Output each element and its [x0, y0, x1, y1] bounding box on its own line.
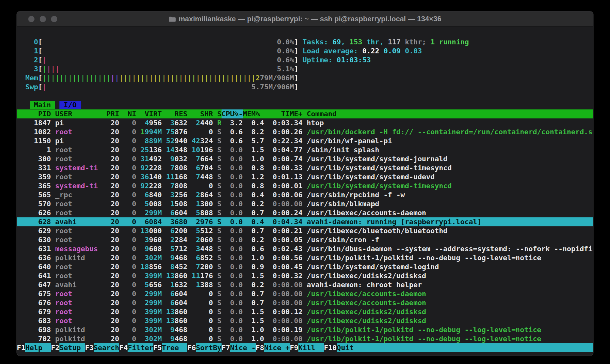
process-row-683[interactable]: 683 root200399M138600S0.01.50:00.00 /usr…	[17, 316, 593, 325]
process-row-630[interactable]: 630 root200396022842060S0.00.20:00.05 /u…	[17, 235, 593, 244]
memory-meter-bar-green: ||||||||||||||||	[42, 74, 110, 82]
cell-shr-part: 664	[200, 154, 213, 163]
process-row-676[interactable]: 676 root200299M66040S0.00.70:00.00 /usr/…	[17, 298, 593, 307]
tab-main[interactable]: Main	[30, 101, 55, 109]
column-header-mem[interactable]: MEM%	[243, 109, 264, 118]
cell-state: S	[213, 334, 221, 343]
process-row-641[interactable]: 641 root200399M1386011176S0.01.50:00.32 …	[17, 271, 593, 280]
fkey-F8-label[interactable]: Nice +	[264, 343, 290, 352]
cell-state: S	[213, 217, 221, 226]
process-row-675[interactable]: 675 root200299M66040S0.00.70:00.00 /usr/…	[17, 289, 593, 298]
column-header-state[interactable]: S	[213, 109, 221, 118]
fkey-F7-label[interactable]: Nice -	[230, 343, 255, 352]
cell-state: S	[213, 280, 221, 289]
column-header-res[interactable]: RES	[162, 109, 187, 118]
column-header-pid[interactable]: PID	[17, 109, 51, 118]
fkey-F2-label[interactable]: Setup	[59, 343, 85, 352]
cell-res-part: 7	[170, 163, 174, 172]
cell-mem-percent: 0.4	[243, 190, 264, 199]
cell-cpu-percent: 0.0	[222, 145, 243, 154]
cell-state: S	[213, 208, 221, 217]
fkey-F4[interactable]: F4	[119, 343, 128, 352]
cell-nice: 0	[119, 163, 136, 172]
cell-pid: 698	[17, 325, 51, 334]
process-row-1150[interactable]: 1150 pi200889M5294042324S0.65.70:22.34 /…	[17, 136, 593, 145]
fkey-F10-label[interactable]: Quit	[337, 343, 354, 352]
cell-cpu-percent: 0.0	[222, 289, 243, 298]
process-row-679[interactable]: 679 root200399M138600S0.01.50:00.12 /usr…	[17, 307, 593, 316]
fkey-F3[interactable]: F3	[85, 343, 93, 352]
column-header-virt[interactable]: VIRT	[136, 109, 162, 118]
tab-io[interactable]: I/O	[59, 101, 81, 109]
process-row-331[interactable]: 331 systemd-ti2009222878086704S0.00.80:0…	[17, 163, 593, 172]
cell-user: root	[55, 199, 98, 208]
column-header-user[interactable]: USER	[55, 109, 98, 118]
column-header-ni[interactable]: NI	[119, 109, 136, 118]
column-header-time[interactable]: TIME+	[264, 109, 303, 118]
column-header-shr[interactable]: SHR	[187, 109, 213, 118]
fkey-F6[interactable]: F6	[187, 343, 196, 352]
tasks-summary-segment: thr,	[362, 38, 388, 46]
column-header-pri[interactable]: PRI	[98, 109, 119, 118]
cell-priority: 20	[98, 208, 119, 217]
cell-res-part: 9	[170, 253, 174, 262]
process-row-1[interactable]: 1 root200251361434810196S0.01.50:04.77 /…	[17, 145, 593, 154]
process-row-698[interactable]: 698 polkitd200302M94680S0.01.00:00.19 /u…	[17, 325, 593, 334]
process-row-626[interactable]: 626 root200299M66045808S0.00.70:00.24 /u…	[17, 208, 593, 217]
close-button[interactable]	[28, 16, 35, 22]
process-row-647[interactable]: 647 avahi200565616321388S0.00.20:00.00 a…	[17, 280, 593, 289]
process-row-640[interactable]: 640 root2001885684527200S0.00.90:00.45 /…	[17, 262, 593, 271]
cell-command: /usr/libexec/udisks2/udisksd	[307, 271, 593, 280]
cell-shr-part: 440	[200, 118, 213, 127]
cell-shr-part: 448	[200, 172, 213, 181]
cell-res-part: 860	[175, 307, 188, 316]
fkey-F3-label[interactable]: Search	[94, 343, 119, 352]
fkey-F1[interactable]: F1	[17, 343, 25, 352]
fkey-F5-label[interactable]: Tree	[162, 343, 187, 352]
cell-priority: 20	[98, 136, 119, 145]
process-row-365[interactable]: 365 systemd-ti2009222878080S0.00.80:00.0…	[17, 181, 593, 190]
fkey-F4-label[interactable]: Filter	[128, 343, 153, 352]
process-row-570[interactable]: 570 root200500815081300S0.00.20:00.00 /u…	[17, 199, 593, 208]
cell-virt-part: 994M	[145, 127, 162, 136]
column-header-cpu-sorted[interactable]: CPU%-	[222, 109, 243, 118]
process-row-359[interactable]: 359 root20036140111687448S0.01.20:01.13 …	[17, 172, 593, 181]
cell-gap	[303, 127, 307, 136]
process-row-702[interactable]: 702 polkitd200302M94680S0.01.00:00.00 /u…	[17, 334, 593, 343]
fkey-F9-label[interactable]: Kill	[298, 343, 324, 352]
cell-shr-part: 7	[196, 262, 200, 271]
cell-gap	[303, 217, 307, 226]
tasks-summary-segment: Tasks:	[303, 38, 332, 46]
cell-time: 0:00.24	[264, 208, 303, 217]
process-row-1847[interactable]: 1847 pi200495636322440R3.20.40:03.34 hto…	[17, 118, 593, 127]
process-row-1082[interactable]: 1082 root2001994M758760S0.68.20:00.26 /u…	[17, 127, 593, 136]
process-row-300[interactable]: 300 root2003149290327664S0.01.00:00.74 /…	[17, 154, 593, 163]
cell-res: 3680	[162, 217, 187, 226]
cell-shr-part: 6	[196, 163, 200, 172]
process-row-631[interactable]: 631 messagebus200960857123448S0.00.60:02…	[17, 244, 593, 253]
process-row-565[interactable]: 565 _rpc200684032562864S0.00.40:00.06 /u…	[17, 190, 593, 199]
zoom-button[interactable]	[51, 16, 57, 22]
fkey-F6-label[interactable]: SortBy	[196, 343, 222, 352]
cell-command: /usr/lib/systemd/systemd-timesyncd	[307, 163, 593, 172]
cell-nice: 0	[119, 307, 136, 316]
cell-cpu-percent: 0.0	[222, 190, 243, 199]
column-header-command[interactable]: Command	[307, 109, 593, 118]
cell-state: S	[213, 289, 221, 298]
fkey-F9[interactable]: F9	[290, 343, 298, 352]
titlebar[interactable]: maximiliankaske — pi@raspberrypi: ~ — ss…	[17, 11, 593, 27]
fkey-F7[interactable]: F7	[222, 343, 230, 352]
fkey-F5[interactable]: F5	[153, 343, 162, 352]
fkey-F1-label[interactable]: Help	[25, 343, 51, 352]
fkey-F2[interactable]: F2	[51, 343, 59, 352]
process-row-629[interactable]: 629 root2001300062005512S0.00.70:00.21 /…	[17, 226, 593, 235]
process-row-selected-628[interactable]: 628 avahi200608436802976S0.00.40:04.34 a…	[17, 217, 593, 226]
minimize-button[interactable]	[40, 16, 46, 22]
header-gap	[303, 109, 307, 118]
fkey-F10[interactable]: F10	[324, 343, 337, 352]
cell-shr: 5512	[187, 226, 213, 235]
cell-time: 0:00.00	[264, 199, 303, 208]
cell-state: S	[213, 307, 221, 316]
process-row-636[interactable]: 636 polkitd200302M94686852S0.01.00:00.56…	[17, 253, 593, 262]
fkey-F8[interactable]: F8	[256, 343, 264, 352]
